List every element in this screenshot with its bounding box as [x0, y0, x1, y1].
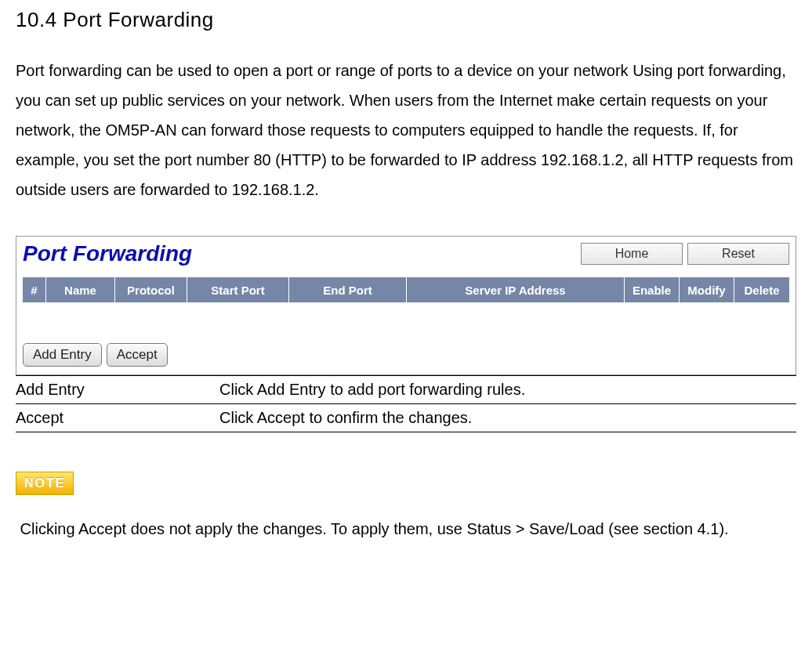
col-header-proto: Protocol: [115, 277, 187, 302]
accept-button[interactable]: Accept: [107, 343, 168, 367]
reset-button[interactable]: Reset: [687, 243, 789, 265]
panel-title: Port Forwarding: [23, 241, 192, 266]
port-forwarding-panel: Port Forwarding Home Reset # Name Protoc…: [16, 236, 796, 375]
col-header-num: #: [23, 277, 46, 302]
col-header-modify: Modify: [680, 277, 734, 302]
col-header-start: Start Port: [187, 277, 289, 302]
section-title: 10.4 Port Forwarding: [16, 8, 796, 32]
definition-term: Add Entry: [16, 381, 219, 399]
col-header-end: End Port: [289, 277, 407, 302]
table-header-row: # Name Protocol Start Port End Port Serv…: [23, 277, 789, 302]
definition-desc: Click Add Entry to add port forwarding r…: [219, 381, 796, 399]
definitions-table: Add Entry Click Add Entry to add port fo…: [16, 375, 796, 432]
definition-term: Accept: [16, 409, 219, 427]
col-header-delete: Delete: [734, 277, 789, 302]
definition-desc: Click Accept to confirm the changes.: [219, 409, 796, 427]
definition-row: Add Entry Click Add Entry to add port fo…: [16, 376, 796, 404]
add-entry-button[interactable]: Add Entry: [23, 343, 102, 367]
note-tag: NOTE: [16, 472, 74, 495]
col-header-name: Name: [46, 277, 115, 302]
body-text: Port forwarding can be used to open a po…: [16, 56, 796, 204]
home-button[interactable]: Home: [581, 243, 683, 265]
note-text: Clicking Accept does not apply the chang…: [16, 514, 796, 544]
definition-row: Accept Click Accept to confirm the chang…: [16, 404, 796, 432]
table-body-empty: [23, 302, 789, 340]
col-header-ip: Server IP Address: [407, 277, 625, 302]
col-header-enable: Enable: [625, 277, 680, 302]
